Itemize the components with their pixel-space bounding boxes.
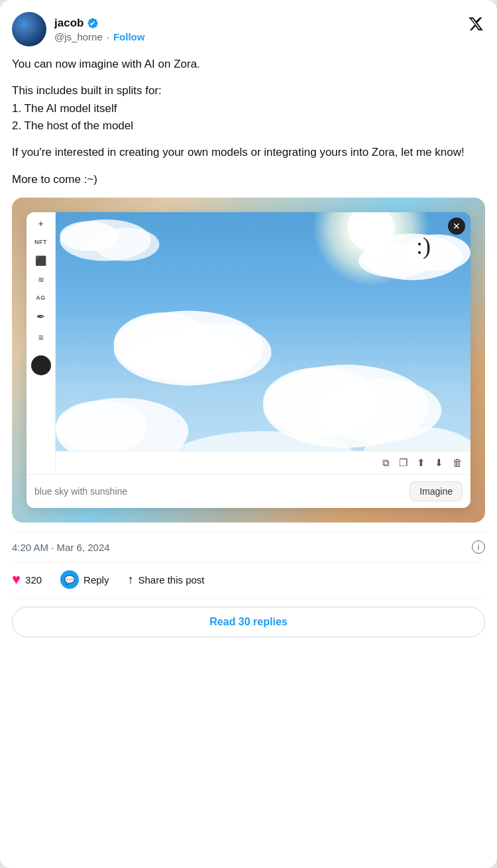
delete-icon[interactable]: 🗑 (453, 457, 463, 469)
actions-row: ♥ 320 💬 Reply ↑ Share this post (12, 570, 485, 599)
tweet-line-4: More to come :~) (12, 171, 485, 188)
timestamp-sep: · (51, 542, 54, 553)
tweet-line-2: This includes built in splits for:1. The… (12, 82, 485, 135)
left-toolbar: + NFT ⬛ ≋ AG ✒ ≡ (27, 212, 56, 474)
zora-bottom-toolbar: ⧉ ❐ ⬆ ⬇ 🗑 (56, 451, 470, 474)
menu-icon[interactable]: ≡ (38, 333, 43, 342)
handle-row: @js_horne · Follow (54, 31, 144, 42)
svg-point-8 (93, 228, 159, 261)
info-icon: i (478, 542, 480, 552)
imagine-button[interactable]: Imagine (410, 481, 463, 501)
imagine-bar: Imagine (27, 474, 470, 508)
tweet-line-1: You can now imagine with AI on Zora. (12, 56, 485, 73)
copy-icon[interactable]: ❐ (399, 457, 408, 469)
zora-interface: + NFT ⬛ ≋ AG ✒ ≡ ✕ (27, 212, 470, 508)
nft-label[interactable]: NFT (34, 239, 47, 245)
tweet-header: jacob @js_horne · Follow (12, 12, 485, 46)
heart-icon: ♥ (12, 571, 21, 588)
prompt-input[interactable] (34, 486, 410, 497)
reply-label: Reply (83, 574, 109, 586)
info-button[interactable]: i (472, 540, 485, 554)
close-button[interactable]: ✕ (448, 217, 465, 235)
username-row: jacob (54, 17, 144, 30)
separator-dot: · (107, 31, 109, 42)
share-label: Share this post (138, 574, 204, 586)
tweet-card: jacob @js_horne · Follow You can now ima… (0, 0, 497, 868)
expand-icon[interactable]: ⧉ (382, 457, 390, 469)
tweet-line-3: If you're interested in creating your ow… (12, 144, 485, 161)
color-circle[interactable] (31, 355, 51, 375)
user-info: jacob @js_horne · Follow (54, 17, 144, 42)
close-icon: ✕ (453, 221, 461, 231)
download-icon[interactable]: ⬇ (435, 457, 443, 469)
zora-canvas-wrapper: + NFT ⬛ ≋ AG ✒ ≡ ✕ (27, 212, 470, 474)
read-replies-label: Read 30 replies (209, 616, 287, 628)
canvas-area: ✕ (56, 212, 470, 474)
tweet-body: You can now imagine with AI on Zora. Thi… (12, 56, 485, 188)
post-date: Mar 6, 2024 (57, 542, 110, 553)
follow-button[interactable]: Follow (113, 31, 145, 42)
sky-image: :) (56, 212, 470, 451)
likes-count: 320 (25, 574, 42, 586)
like-action[interactable]: ♥ 320 (12, 571, 42, 588)
smiley-text: :) (416, 232, 431, 260)
zora-screenshot: + NFT ⬛ ≋ AG ✒ ≡ ✕ (12, 198, 485, 523)
ag-label[interactable]: AG (36, 294, 46, 301)
user-info-section: jacob @js_horne · Follow (12, 12, 144, 46)
x-logo (467, 15, 485, 33)
read-replies-button[interactable]: Read 30 replies (12, 607, 485, 637)
grid-icon[interactable]: ≋ (38, 276, 44, 284)
upload-icon[interactable]: ⬆ (417, 457, 425, 469)
pen-icon[interactable]: ✒ (36, 312, 45, 322)
image-icon[interactable]: ⬛ (35, 256, 46, 265)
username[interactable]: jacob (54, 17, 83, 30)
verified-icon (87, 17, 99, 29)
user-handle[interactable]: @js_horne (54, 31, 103, 42)
share-icon: ↑ (127, 573, 133, 587)
share-action[interactable]: ↑ Share this post (127, 573, 204, 587)
reply-bubble: 💬 (60, 570, 79, 589)
reply-icon: 💬 (64, 575, 75, 585)
plus-icon[interactable]: + (38, 219, 43, 228)
timestamp-row: 4:20 AM · Mar 6, 2024 i (12, 532, 485, 562)
svg-point-12 (126, 332, 250, 381)
reply-action[interactable]: 💬 Reply (60, 570, 109, 589)
avatar[interactable] (12, 12, 46, 46)
timestamp: 4:20 AM · Mar 6, 2024 (12, 542, 110, 553)
post-time: 4:20 AM (12, 542, 48, 553)
